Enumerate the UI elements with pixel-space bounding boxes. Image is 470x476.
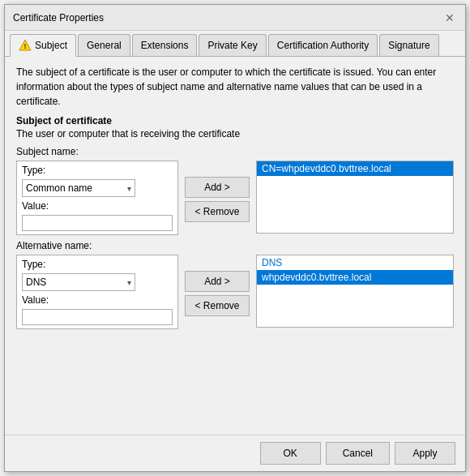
dialog-title: Certificate Properties (13, 12, 104, 24)
alt-remove-button[interactable]: < Remove (185, 295, 250, 316)
tab-signature-label: Signature (388, 40, 429, 51)
tabs-bar: ! Subject General Extensions Private Key… (5, 31, 465, 57)
subject-name-label: Subject name: (16, 146, 454, 157)
tab-subject-label: Subject (35, 40, 67, 51)
alt-list[interactable]: DNS whpdevddc0.bvttree.local (256, 255, 454, 328)
subject-buttons: Add > < Remove (185, 177, 250, 222)
alt-name-section: Type: DNS ▾ Value: Add > < Remove DNS (16, 255, 454, 329)
subject-add-button[interactable]: Add > (185, 177, 250, 198)
subject-list-col: CN=whpdevddc0.bvttree.local (256, 161, 454, 234)
subject-name-box: Type: Common name ▾ Value: (16, 161, 178, 235)
subject-name-section: Type: Common name ▾ Value: Add > < Remov… (16, 161, 454, 235)
tab-subject[interactable]: ! Subject (10, 34, 76, 57)
alt-list-item-dns[interactable]: DNS (257, 255, 453, 270)
certificate-properties-dialog: Certificate Properties ✕ ! Subject Gener… (4, 4, 466, 472)
alt-value-input[interactable] (22, 309, 173, 325)
tab-general-label: General (87, 40, 122, 51)
alt-name-label: Alternative name: (16, 240, 454, 251)
alt-value-row: Value: (22, 294, 173, 306)
cancel-button[interactable]: Cancel (326, 442, 390, 465)
subject-list-item[interactable]: CN=whpdevddc0.bvttree.local (257, 161, 453, 176)
ok-button[interactable]: OK (260, 442, 321, 465)
tab-general[interactable]: General (78, 34, 130, 56)
subject-type-row: Type: (22, 165, 173, 176)
close-button[interactable]: ✕ (442, 11, 457, 25)
subject-list[interactable]: CN=whpdevddc0.bvttree.local (256, 161, 454, 234)
alt-add-button[interactable]: Add > (185, 271, 250, 292)
dialog-footer: OK Cancel Apply (5, 435, 465, 471)
apply-button[interactable]: Apply (395, 442, 455, 465)
alt-type-dropdown[interactable]: DNS ▾ (22, 273, 135, 291)
tab-cert-authority-label: Certification Authority (277, 40, 369, 51)
subject-cert-title: Subject of certificate (16, 115, 454, 127)
warning-icon: ! (19, 39, 32, 52)
alt-type-row: Type: (22, 259, 173, 270)
tab-content: The subject of a certificate is the user… (5, 57, 465, 435)
dropdown-chevron-icon: ▾ (127, 184, 131, 193)
tab-extensions-label: Extensions (141, 40, 189, 51)
tab-signature[interactable]: Signature (379, 34, 438, 56)
subject-type-dropdown[interactable]: Common name ▾ (22, 179, 135, 197)
description-text: The subject of a certificate is the user… (16, 65, 454, 109)
alt-buttons: Add > < Remove (185, 271, 250, 316)
tab-private-key-label: Private Key (207, 40, 257, 51)
subject-value-label: Value: (22, 200, 49, 212)
subject-type-label: Type: (22, 165, 45, 176)
subject-value-row: Value: (22, 200, 173, 212)
subject-cert-subtitle: The user or computer that is receiving t… (16, 128, 454, 139)
tab-private-key[interactable]: Private Key (199, 34, 266, 56)
alt-value-label: Value: (22, 294, 49, 306)
alt-list-col: DNS whpdevddc0.bvttree.local (256, 255, 454, 328)
subject-type-value: Common name (26, 182, 92, 194)
subject-value-input[interactable] (22, 215, 173, 231)
title-bar: Certificate Properties ✕ (5, 5, 465, 31)
alt-dropdown-chevron-icon: ▾ (127, 278, 131, 287)
svg-text:!: ! (24, 42, 27, 50)
subject-remove-button[interactable]: < Remove (185, 201, 250, 222)
alt-name-box: Type: DNS ▾ Value: (16, 255, 178, 329)
tab-extensions[interactable]: Extensions (132, 34, 198, 56)
alt-type-label: Type: (22, 259, 45, 270)
tab-certification-authority[interactable]: Certification Authority (268, 34, 378, 56)
alt-type-value: DNS (26, 277, 46, 288)
alt-list-item-value[interactable]: whpdevddc0.bvttree.local (257, 270, 453, 285)
